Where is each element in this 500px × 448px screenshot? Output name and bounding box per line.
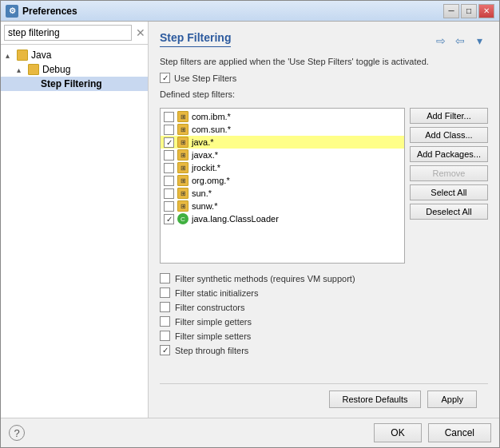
debug-label: Debug <box>42 64 70 75</box>
extra-checkboxes: Filter synthetic methods (requires VM su… <box>160 273 488 355</box>
filters-section: ⊞ com.ibm.* ⊞ com.sun.* ⊞ java.* <box>160 108 488 264</box>
select-all-button[interactable]: Select All <box>410 184 488 200</box>
section-title: Step Filtering <box>160 31 231 47</box>
maximize-button[interactable]: □ <box>461 4 477 18</box>
filter-checkbox-com-ibm[interactable] <box>164 112 174 122</box>
filter-checkbox-java[interactable] <box>164 137 174 148</box>
filter-synthetic-row: Filter synthetic methods (requires VM su… <box>160 273 488 283</box>
filter-action-buttons: Add Filter... Add Class... Add Packages.… <box>410 108 488 264</box>
filter-name-java: java.* <box>192 137 214 147</box>
apply-button[interactable]: Apply <box>427 391 477 408</box>
pkg-icon-jrockit: ⊞ <box>177 162 188 173</box>
use-step-filters-row: Use Step Filters <box>160 73 488 83</box>
pkg-icon-sun: ⊞ <box>177 188 188 199</box>
filter-name-classloader: java.lang.ClassLoader <box>192 214 279 224</box>
remove-button[interactable]: Remove <box>410 165 488 181</box>
nav-dropdown-button[interactable]: ▾ <box>470 32 488 50</box>
pkg-icon-javax: ⊞ <box>177 149 188 161</box>
defined-label: Defined step filters: <box>160 89 488 99</box>
filter-item-com-sun[interactable]: ⊞ com.sun.* <box>161 123 404 136</box>
deselect-all-button[interactable]: Deselect All <box>410 204 488 220</box>
java-folder-icon <box>17 50 28 61</box>
bottom-buttons: Restore Defaults Apply <box>160 383 488 408</box>
filter-item-com-ibm[interactable]: ⊞ com.ibm.* <box>161 110 404 123</box>
cancel-button[interactable]: Cancel <box>428 423 491 442</box>
filter-checkbox-com-sun[interactable] <box>164 125 174 135</box>
filter-checkbox-javax[interactable] <box>164 150 174 161</box>
filter-getters-checkbox[interactable] <box>160 316 170 327</box>
use-step-filters-checkbox[interactable] <box>160 73 170 83</box>
java-arrow-icon: ▴ <box>6 51 14 60</box>
filter-setters-label: Filter simple setters <box>175 331 251 341</box>
description: Step filters are applied when the 'Use S… <box>160 57 488 66</box>
filter-checkbox-classloader[interactable] <box>164 214 174 224</box>
filter-name-javax: javax.* <box>192 150 218 160</box>
filter-checkbox-sunw[interactable] <box>164 201 174 212</box>
filter-item-javax[interactable]: ⊞ javax.* <box>161 149 404 161</box>
debug-folder-icon <box>28 64 39 75</box>
close-button[interactable]: ✕ <box>478 4 494 18</box>
add-packages-button[interactable]: Add Packages... <box>410 146 488 162</box>
add-class-button[interactable]: Add Class... <box>410 127 488 143</box>
filter-setters-row: Filter simple setters <box>160 331 488 341</box>
pkg-icon-com-ibm: ⊞ <box>177 111 188 122</box>
add-filter-button[interactable]: Add Filter... <box>410 108 488 124</box>
filter-item-classloader[interactable]: C java.lang.ClassLoader <box>161 212 404 225</box>
window-icon: ⚙ <box>6 5 18 18</box>
filter-synthetic-checkbox[interactable] <box>160 273 170 283</box>
sidebar-item-step-filtering[interactable]: Step Filtering <box>1 77 148 91</box>
filter-setters-checkbox[interactable] <box>160 331 170 341</box>
filter-name-sun: sun.* <box>192 188 212 198</box>
filter-item-org-omg[interactable]: ⊞ org.omg.* <box>161 174 404 187</box>
restore-defaults-button[interactable]: Restore Defaults <box>329 391 422 408</box>
dialog-footer-buttons: OK Cancel <box>374 423 491 442</box>
titlebar-left: ⚙ Preferences <box>6 5 77 18</box>
filter-static-checkbox[interactable] <box>160 287 170 298</box>
pkg-icon-sunw: ⊞ <box>177 200 188 212</box>
sidebar-item-java[interactable]: ▴ Java <box>1 48 148 62</box>
nav-forward-button[interactable]: ⇨ <box>432 32 450 50</box>
step-through-checkbox[interactable] <box>160 345 170 355</box>
filter-constructors-checkbox[interactable] <box>160 302 170 312</box>
minimize-button[interactable]: ─ <box>443 4 459 18</box>
filter-constructors-label: Filter constructors <box>175 303 244 312</box>
filter-checkbox-org-omg[interactable] <box>164 176 174 186</box>
filter-static-label: Filter static initializers <box>175 288 259 298</box>
search-clear-icon[interactable]: ✕ <box>134 26 147 39</box>
filter-getters-row: Filter simple getters <box>160 316 488 327</box>
filter-name-sunw: sunw.* <box>192 201 217 211</box>
filter-item-jrockit[interactable]: ⊞ jrockit.* <box>161 161 404 174</box>
filter-name-com-ibm: com.ibm.* <box>192 112 231 121</box>
search-input[interactable] <box>4 25 132 41</box>
filter-item-java[interactable]: ⊞ java.* <box>161 136 404 149</box>
filter-checkbox-sun[interactable] <box>164 188 174 199</box>
nav-back-button[interactable]: ⇦ <box>451 32 469 50</box>
sidebar: ✕ ▴ Java ▴ Debug Step Filtering <box>1 22 149 418</box>
step-through-label: Step through filters <box>175 346 248 355</box>
debug-arrow-icon: ▴ <box>17 65 25 74</box>
filter-name-org-omg: org.omg.* <box>192 176 230 185</box>
filter-list[interactable]: ⊞ com.ibm.* ⊞ com.sun.* ⊞ java.* <box>160 108 405 264</box>
use-step-filters-label: Use Step Filters <box>174 73 236 83</box>
class-icon-classloader: C <box>177 213 188 224</box>
help-icon[interactable]: ? <box>9 425 25 441</box>
dialog-footer: ? OK Cancel <box>1 418 499 447</box>
filter-item-sunw[interactable]: ⊞ sunw.* <box>161 200 404 212</box>
filter-item-sun[interactable]: ⊞ sun.* <box>161 187 404 200</box>
filter-checkbox-jrockit[interactable] <box>164 163 174 173</box>
sidebar-item-debug[interactable]: ▴ Debug <box>1 62 148 77</box>
search-box: ✕ <box>1 22 148 45</box>
nav-buttons: ⇨ ⇦ ▾ <box>432 32 488 50</box>
window-title: Preferences <box>22 6 77 17</box>
filter-static-row: Filter static initializers <box>160 287 488 298</box>
sidebar-tree: ▴ Java ▴ Debug Step Filtering <box>1 45 148 418</box>
main-content: ✕ ▴ Java ▴ Debug Step Filtering <box>1 22 499 418</box>
ok-button[interactable]: OK <box>374 423 421 442</box>
pkg-icon-org-omg: ⊞ <box>177 175 188 186</box>
filter-constructors-row: Filter constructors <box>160 302 488 312</box>
titlebar: ⚙ Preferences ─ □ ✕ <box>1 1 499 22</box>
preferences-window: ⚙ Preferences ─ □ ✕ ✕ ▴ Java ▴ <box>0 0 500 448</box>
filter-name-jrockit: jrockit.* <box>192 163 220 172</box>
java-label: Java <box>31 50 51 61</box>
filter-synthetic-label: Filter synthetic methods (requires VM su… <box>175 274 355 283</box>
